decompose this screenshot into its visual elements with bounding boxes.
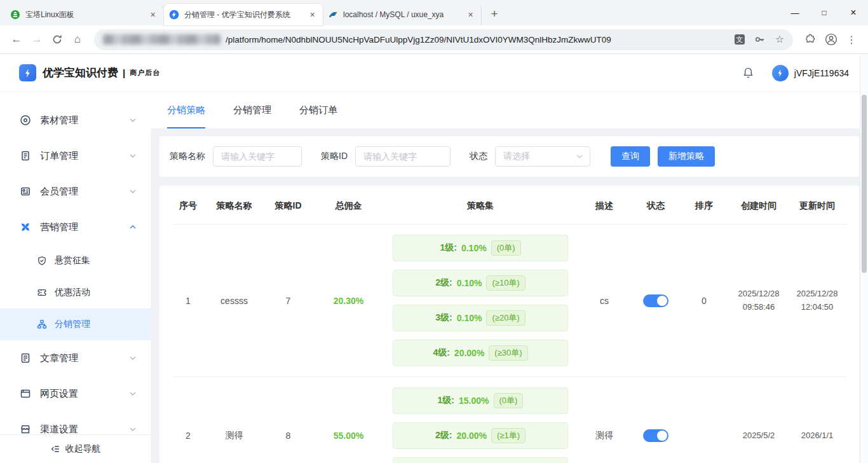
add-strategy-button[interactable]: 新增策略 xyxy=(658,146,715,167)
sidebar-item-label: 渠道设置 xyxy=(40,424,78,436)
created-time: 2025/5/2 xyxy=(729,429,788,442)
sidebar-subitem-distribution[interactable]: 分销管理 xyxy=(0,308,151,340)
password-key-icon[interactable] xyxy=(754,34,766,45)
tab-close-icon[interactable]: × xyxy=(147,10,158,20)
sidebar-subitem-bounty[interactable]: 悬赏征集 xyxy=(0,245,151,277)
tab-title: localhost / MySQL / uxue_xya xyxy=(343,10,460,19)
page-scrollbar[interactable] xyxy=(860,54,868,463)
tab-close-icon[interactable]: × xyxy=(307,10,318,20)
extensions-icon[interactable] xyxy=(804,34,816,45)
back-icon[interactable]: ← xyxy=(6,29,27,50)
strategy-chip: 3级: 0.10% (≥20单) xyxy=(393,305,568,331)
address-bar[interactable]: /platform/home/N0dhblNOUU5NcHpVaDFuUlppV… xyxy=(94,29,793,50)
forward-icon[interactable]: → xyxy=(27,29,47,50)
blurred-domain xyxy=(103,34,220,45)
pinwheel-icon xyxy=(19,221,32,233)
chevron-down-icon xyxy=(129,116,137,124)
strategy-chip: 2级: 0.10% (≥10单) xyxy=(393,270,568,296)
sidebar-item-articles[interactable]: 文章管理 xyxy=(0,340,151,376)
window-maximize-button[interactable]: □ xyxy=(810,0,839,25)
strategy-set: 1级: 0.10% (0单) 2级: 0.10% (≥10单) 3级: 0.10… xyxy=(385,235,576,366)
shield-check-icon xyxy=(36,256,48,266)
sidebar-item-label: 营销管理 xyxy=(40,221,78,233)
app-header: 优学宝知识付费 | 商户后台 jVFJjE119634 xyxy=(0,54,868,92)
table-row: 2 测得 8 55.00% 1级: 15.00% (0单) 2级: 20.00% xyxy=(172,377,846,463)
browser-tab-strip: 宝塔Linux面板 × 分销管理 - 优学宝知识付费系统 × localhost… xyxy=(0,0,868,25)
browser-tab-mysql[interactable]: localhost / MySQL / uxue_xya × xyxy=(323,4,482,25)
coupon-icon xyxy=(36,287,48,298)
collapse-nav-label: 收起导航 xyxy=(65,443,101,455)
brand-divider: | xyxy=(123,67,125,78)
tab-distribution-orders[interactable]: 分销订单 xyxy=(299,92,337,128)
sidebar-item-label: 网页设置 xyxy=(40,388,78,400)
url-text: /platform/home/N0dhblNOUU5NcHpVaDFuUlppV… xyxy=(226,35,729,45)
toolbar-right-icons: ⋮ xyxy=(799,33,862,46)
tab-title: 分销管理 - 优学宝知识付费系统 xyxy=(184,10,302,20)
sidebar-item-webpage[interactable]: 网页设置 xyxy=(0,376,151,411)
strategy-chip: 1级: 15.00% (0单) xyxy=(393,387,568,414)
org-nodes-icon xyxy=(36,319,48,329)
status-toggle[interactable] xyxy=(643,429,668,442)
browser-tab-baota[interactable]: 宝塔Linux面板 × xyxy=(5,4,164,25)
chevron-down-icon xyxy=(129,390,137,397)
window-close-button[interactable]: × xyxy=(839,0,868,25)
account-name: jVFJjE119634 xyxy=(794,68,849,78)
tab-title: 宝塔Linux面板 xyxy=(25,10,142,20)
member-card-icon xyxy=(19,186,32,197)
tab-close-icon[interactable]: × xyxy=(465,10,476,20)
search-button[interactable]: 查询 xyxy=(611,146,650,167)
table-row: 1 cessss 7 20.30% 1级: 0.10% (0单) 2级: 0.1… xyxy=(172,224,846,377)
scrollbar-thumb[interactable] xyxy=(862,95,867,273)
window-minimize-button[interactable]: — xyxy=(780,0,810,25)
strategy-id-input[interactable] xyxy=(355,146,451,167)
article-edit-icon xyxy=(19,352,32,364)
sidebar-item-orders[interactable]: 订单管理 xyxy=(0,138,151,174)
sidebar-item-label: 文章管理 xyxy=(40,352,78,364)
youxuebao-favicon xyxy=(169,10,179,20)
status-select[interactable]: 请选择 xyxy=(495,146,590,167)
section-tabs: 分销策略 分销管理 分销订单 xyxy=(151,92,868,128)
browser-menu-icon[interactable]: ⋮ xyxy=(846,34,857,46)
updated-time: 2026/1/1 xyxy=(788,429,846,442)
home-icon[interactable]: ⌂ xyxy=(67,29,88,50)
account-menu[interactable]: jVFJjE119634 xyxy=(772,65,849,81)
brand-title: 优学宝知识付费 xyxy=(43,66,118,80)
browser-window: 宝塔Linux面板 × 分销管理 - 优学宝知识付费系统 × localhost… xyxy=(0,0,868,463)
translate-icon[interactable]: 文 xyxy=(735,34,745,45)
sidebar-item-material[interactable]: 素材管理 xyxy=(0,102,151,138)
new-tab-button[interactable]: + xyxy=(485,5,503,23)
strategy-chip: 4级: 20.00% (≥30单) xyxy=(393,340,568,366)
bookmark-star-icon[interactable]: ☆ xyxy=(775,34,784,45)
profile-icon[interactable] xyxy=(825,33,837,46)
collapse-nav-button[interactable]: 收起导航 xyxy=(0,434,151,463)
app-logo xyxy=(19,64,36,81)
strategy-set: 1级: 15.00% (0单) 2级: 20.00% (≥1单) 3级: 20.… xyxy=(385,387,576,463)
chevron-up-icon xyxy=(129,223,137,231)
baota-favicon xyxy=(10,10,20,20)
sidebar-item-label: 订单管理 xyxy=(40,150,78,162)
tab-distribution-strategy[interactable]: 分销策略 xyxy=(167,92,205,128)
strategy-name-input[interactable] xyxy=(213,146,302,167)
tab-distribution-manage[interactable]: 分销管理 xyxy=(233,92,271,128)
browser-tab-active[interactable]: 分销管理 - 优学宝知识付费系统 × xyxy=(164,4,323,25)
chevron-down-icon xyxy=(129,354,137,362)
status-toggle[interactable] xyxy=(643,294,668,307)
strategy-chip: 2级: 20.00% (≥1单) xyxy=(393,422,568,449)
created-time: 2025/12/28 09:58:46 xyxy=(729,287,788,313)
window-controls: — □ × xyxy=(780,0,868,25)
status-label: 状态 xyxy=(470,151,487,162)
sidebar: 素材管理 订单管理 会员管理 xyxy=(0,92,151,463)
sidebar-subitem-promotions[interactable]: 优惠活动 xyxy=(0,277,151,308)
sidebar-subitem-label: 优惠活动 xyxy=(55,287,90,298)
browser-toolbar: ← → ⌂ /platform/home/N0dhblNOUU5NcHpVaDF… xyxy=(0,25,868,54)
sidebar-item-marketing[interactable]: 营销管理 xyxy=(0,209,151,245)
notification-bell-icon[interactable] xyxy=(742,67,754,79)
sidebar-item-members[interactable]: 会员管理 xyxy=(0,174,151,209)
sidebar-item-label: 会员管理 xyxy=(40,186,78,198)
chevron-down-icon xyxy=(129,152,137,160)
strategy-table: 序号 策略名称 策略ID 总佣金 策略集 描述 状态 排序 创建时间 更新时间 … xyxy=(159,186,859,463)
collapse-nav-icon xyxy=(50,444,60,454)
sidebar-subitem-label: 悬赏征集 xyxy=(55,255,90,266)
refresh-icon[interactable] xyxy=(47,29,67,50)
main-content: 分销策略 分销管理 分销订单 策略名称 策略ID 状态 请选择 查询 新增策略 xyxy=(151,92,868,463)
